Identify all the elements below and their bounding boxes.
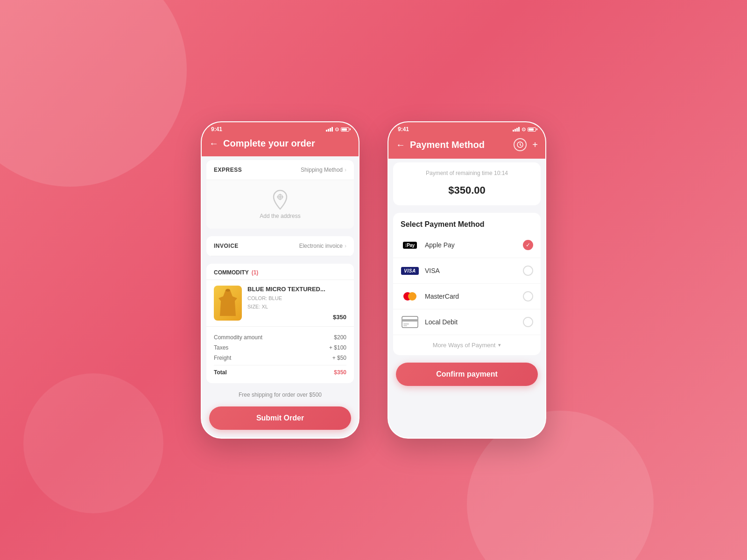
page-title-1: Complete your order <box>223 138 351 149</box>
amount-value: 350.00 <box>454 184 485 196</box>
address-section[interactable]: Add the address <box>206 180 354 229</box>
time-2: 9:41 <box>398 126 409 133</box>
product-image <box>214 286 242 321</box>
svg-line-6 <box>520 145 521 146</box>
freight-value: + $50 <box>332 355 346 361</box>
product-color: COLOR: BLUE <box>247 294 327 303</box>
total-value: $350 <box>334 369 346 376</box>
invoice-type-text: Electronic invoice <box>299 243 343 249</box>
payment-option-mastercard[interactable]: MasterCard <box>393 284 541 309</box>
header-action-icons: + <box>514 138 538 151</box>
shipping-method-text: Shipping Method <box>301 167 343 173</box>
header-1: ← Complete your order <box>202 134 359 156</box>
invoice-right: Electronic invoice › <box>299 243 346 249</box>
bg-decoration-3 <box>23 373 163 513</box>
status-bar-2: 9:41 ⊙ <box>388 122 545 134</box>
mastercard-logo <box>401 290 419 302</box>
summary-freight: Freight + $50 <box>214 353 346 363</box>
status-bar-1: 9:41 ⊙ <box>202 122 359 134</box>
product-price: $350 <box>333 314 346 321</box>
chevron-down-icon: ▾ <box>498 342 501 348</box>
freight-label: Freight <box>214 355 231 361</box>
radio-local-debit <box>523 317 533 327</box>
phones-container: 9:41 ⊙ ← Complete your order <box>201 121 546 439</box>
apple-pay-name: Apple Pay <box>425 241 517 249</box>
bg-decoration-1 <box>0 0 187 187</box>
back-button-2[interactable]: ← <box>396 140 405 150</box>
summary-taxes: Taxes + $100 <box>214 343 346 353</box>
commodity-header: COMMODITY (1) <box>206 264 354 280</box>
wifi-icon-1: ⊙ <box>335 126 339 133</box>
more-ways-text: More Ways of Payment <box>433 342 496 349</box>
phone-body-1: EXPRESS Shipping Method › <box>202 156 359 438</box>
chevron-icon-express: › <box>345 167 346 173</box>
product-info: BLUE MICRO TEXTURED... COLOR: BLUE SIZE:… <box>247 286 327 321</box>
shipping-right: Shipping Method › <box>301 167 346 173</box>
status-icons-1: ⊙ <box>326 126 349 133</box>
payment-section-title: Select Payment Method <box>393 213 541 232</box>
radio-visa <box>523 266 533 276</box>
phone-1: 9:41 ⊙ ← Complete your order <box>201 121 359 439</box>
radio-mastercard <box>523 291 533 301</box>
commodity-count: (1) <box>252 269 259 276</box>
add-icon[interactable]: + <box>532 140 538 150</box>
payment-methods-card: Select Payment Method Pay Apple Pay ✓ V… <box>393 213 541 355</box>
battery-icon-2 <box>528 127 536 132</box>
phone-2: 9:41 ⊙ ← Payment Method <box>388 121 546 439</box>
back-button-1[interactable]: ← <box>209 138 218 149</box>
status-icons-2: ⊙ <box>513 126 536 133</box>
confirm-payment-button[interactable]: Confirm payment <box>396 363 538 386</box>
product-name: BLUE MICRO TEXTURED... <box>247 286 327 293</box>
taxes-value: + $100 <box>329 344 346 351</box>
mastercard-name: MasterCard <box>425 293 517 300</box>
page-title-2: Payment Method <box>410 140 509 150</box>
product-size: SIZE: XL <box>247 303 327 311</box>
payment-amount-card: Payment of remaining time 10:14 $350.00 <box>393 162 541 205</box>
payment-option-local-debit[interactable]: Local Debit <box>393 309 541 335</box>
commodity-amount-value: $200 <box>334 334 346 341</box>
signal-icon-1 <box>326 127 333 132</box>
payment-option-visa[interactable]: VISA VISA <box>393 258 541 284</box>
free-shipping-text: Free shipping for order over $500 <box>202 387 359 403</box>
payment-option-apple-pay[interactable]: Pay Apple Pay ✓ <box>393 232 541 258</box>
radio-apple-pay: ✓ <box>523 240 533 250</box>
summary-total: Total $350 <box>214 365 346 378</box>
map-pin-icon <box>272 189 289 210</box>
local-debit-name: Local Debit <box>425 318 517 326</box>
visa-name: VISA <box>425 267 517 274</box>
timer-icon[interactable] <box>514 138 527 151</box>
svg-rect-9 <box>403 323 409 325</box>
visa-logo: VISA <box>401 265 419 277</box>
summary-section: Commodity amount $200 Taxes + $100 Freig… <box>206 327 354 383</box>
local-debit-logo <box>401 316 419 328</box>
taxes-label: Taxes <box>214 344 228 351</box>
svg-rect-8 <box>402 319 418 322</box>
express-section[interactable]: EXPRESS Shipping Method › <box>206 160 354 180</box>
svg-rect-10 <box>403 325 407 326</box>
summary-commodity: Commodity amount $200 <box>214 332 346 343</box>
battery-icon-1 <box>341 127 349 132</box>
currency-symbol: $ <box>448 184 454 196</box>
express-label: EXPRESS <box>214 167 242 173</box>
commodity-label: COMMODITY <box>214 269 249 276</box>
total-label: Total <box>214 369 227 376</box>
wifi-icon-2: ⊙ <box>521 126 526 133</box>
time-1: 9:41 <box>211 126 222 133</box>
payment-amount: $350.00 <box>402 178 531 198</box>
express-card: EXPRESS Shipping Method › <box>206 160 354 229</box>
submit-order-button[interactable]: Submit Order <box>209 406 351 430</box>
commodity-card: COMMODITY (1) BLUE MICRO T <box>206 264 354 383</box>
product-row: BLUE MICRO TEXTURED... COLOR: BLUE SIZE:… <box>206 280 354 327</box>
invoice-section[interactable]: INVOICE Electronic invoice › <box>206 236 354 256</box>
commodity-amount-label: Commodity amount <box>214 334 262 341</box>
add-address-label: Add the address <box>260 213 300 219</box>
dress-svg <box>216 288 240 318</box>
chevron-icon-invoice: › <box>345 243 346 249</box>
header-2: ← Payment Method + <box>388 134 545 159</box>
phone-body-2: Payment of remaining time 10:14 $350.00 … <box>388 159 545 438</box>
payment-timer-text: Payment of remaining time 10:14 <box>402 170 531 176</box>
more-ways-button[interactable]: More Ways of Payment ▾ <box>393 335 541 355</box>
invoice-card: INVOICE Electronic invoice › <box>206 236 354 256</box>
signal-icon-2 <box>513 127 520 132</box>
invoice-label: INVOICE <box>214 243 239 249</box>
